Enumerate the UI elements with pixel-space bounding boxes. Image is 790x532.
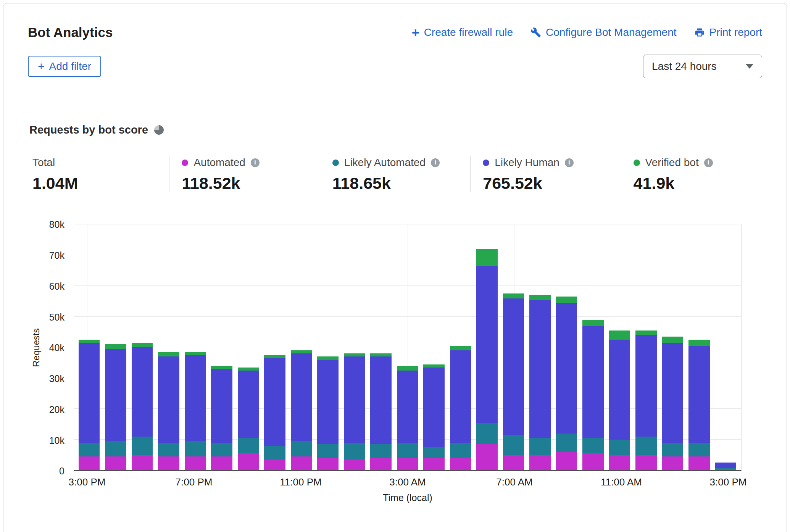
section-title: Requests by bot score bbox=[29, 124, 148, 136]
segment-automated bbox=[556, 452, 577, 470]
bar-400am-13[interactable] bbox=[423, 224, 444, 470]
segment-likely-automated bbox=[397, 443, 418, 458]
configure-bot-management-link[interactable]: Configure Bot Management bbox=[530, 26, 676, 39]
segment-likely-human bbox=[556, 303, 577, 434]
stat-likely-automated: Likely Automated 118.65k bbox=[320, 156, 470, 192]
stats-row: Total 1.04M Automated 118.52k Likely Aut… bbox=[32, 156, 771, 192]
segment-automated bbox=[529, 455, 550, 470]
plot-area bbox=[74, 224, 742, 471]
bar-1000pm-7[interactable] bbox=[264, 224, 285, 470]
bar-900am-18[interactable] bbox=[556, 224, 577, 470]
segment-likely-automated bbox=[450, 443, 471, 458]
segment-likely-human bbox=[397, 371, 418, 443]
info-icon[interactable] bbox=[251, 158, 260, 167]
segment-likely-human bbox=[450, 350, 471, 443]
segment-automated bbox=[370, 458, 391, 470]
bar-300pm-24[interactable] bbox=[715, 224, 736, 470]
segment-verified-bot bbox=[556, 297, 577, 303]
requests-chart: Requests 010k20k30k40k50k60k70k80k 3:00 … bbox=[3, 224, 787, 503]
y-tick-label: 80k bbox=[49, 219, 64, 230]
segment-automated bbox=[291, 456, 312, 470]
bar-300pm-0[interactable] bbox=[79, 224, 100, 470]
segment-automated bbox=[317, 458, 338, 470]
segment-likely-automated bbox=[635, 437, 656, 455]
stat-automated-value: 118.52k bbox=[182, 174, 319, 192]
y-axis-title: Requests bbox=[31, 329, 42, 367]
segment-verified-bot bbox=[423, 364, 444, 368]
segment-verified-bot bbox=[238, 368, 259, 371]
bar-1200pm-21[interactable] bbox=[635, 224, 656, 470]
print-report-link[interactable]: Print report bbox=[694, 26, 763, 39]
bar-500pm-2[interactable] bbox=[132, 224, 153, 470]
segment-likely-human bbox=[715, 463, 736, 468]
verified-bot-dot bbox=[634, 160, 640, 166]
bar-800am-17[interactable] bbox=[529, 224, 550, 470]
segment-automated bbox=[582, 453, 603, 470]
bar-200am-11[interactable] bbox=[370, 224, 391, 470]
segment-likely-automated bbox=[556, 434, 577, 452]
bar-500am-14[interactable] bbox=[450, 224, 471, 470]
stat-likely-human-value: 765.52k bbox=[483, 174, 621, 192]
segment-verified-bot bbox=[158, 352, 179, 356]
segment-verified-bot bbox=[291, 350, 312, 353]
segment-likely-automated bbox=[609, 440, 630, 455]
bar-1100am-20[interactable] bbox=[609, 224, 630, 470]
bar-600am-15[interactable] bbox=[476, 224, 497, 470]
segment-automated bbox=[158, 456, 179, 470]
x-tick-label: 7:00 AM bbox=[496, 476, 532, 488]
segment-verified-bot bbox=[450, 346, 471, 350]
time-range-value: Last 24 hours bbox=[652, 60, 717, 73]
segment-likely-automated bbox=[264, 446, 285, 459]
segment-likely-automated bbox=[529, 438, 550, 455]
bar-1100pm-8[interactable] bbox=[291, 224, 312, 470]
y-tick-label: 0 bbox=[59, 466, 64, 477]
bar-400pm-1[interactable] bbox=[105, 224, 126, 470]
bar-200pm-23[interactable] bbox=[688, 224, 709, 470]
bar-700am-16[interactable] bbox=[503, 224, 524, 470]
x-tick-label: 3:00 AM bbox=[389, 476, 426, 488]
bar-100am-10[interactable] bbox=[344, 224, 365, 470]
bar-900pm-6[interactable] bbox=[238, 224, 259, 470]
segment-likely-human bbox=[423, 368, 444, 447]
main-content: Requests by bot score Total 1.04M Automa… bbox=[3, 96, 787, 503]
bar-300am-12[interactable] bbox=[397, 224, 418, 470]
segment-likely-automated bbox=[158, 443, 179, 456]
segment-likely-automated bbox=[211, 443, 232, 456]
segment-verified-bot bbox=[582, 320, 603, 326]
segment-verified-bot bbox=[688, 340, 709, 346]
add-filter-button[interactable]: Add filter bbox=[28, 56, 101, 77]
create-firewall-rule-link[interactable]: Create firewall rule bbox=[412, 26, 513, 39]
segment-likely-human bbox=[264, 358, 285, 445]
segment-automated bbox=[79, 456, 100, 470]
info-icon[interactable] bbox=[565, 158, 574, 167]
segment-automated bbox=[635, 455, 656, 470]
segment-verified-bot bbox=[662, 337, 683, 343]
bar-800pm-5[interactable] bbox=[211, 224, 232, 470]
segment-automated bbox=[662, 456, 683, 470]
bar-600pm-3[interactable] bbox=[158, 224, 179, 470]
segment-likely-human bbox=[344, 356, 365, 442]
time-range-select[interactable]: Last 24 hours bbox=[643, 55, 762, 78]
bar-1000am-19[interactable] bbox=[582, 224, 603, 470]
header: Bot Analytics Create firewall rule Confi… bbox=[3, 3, 787, 96]
segment-verified-bot bbox=[370, 353, 391, 356]
segment-likely-automated bbox=[582, 438, 603, 453]
x-tick-label: 11:00 PM bbox=[280, 476, 321, 488]
x-tick-label: 7:00 PM bbox=[176, 476, 213, 488]
segment-automated bbox=[609, 455, 630, 470]
bar-100pm-22[interactable] bbox=[662, 224, 683, 470]
bar-700pm-4[interactable] bbox=[185, 224, 206, 470]
stat-automated-label: Automated bbox=[193, 156, 245, 169]
create-firewall-rule-label: Create firewall rule bbox=[424, 26, 513, 39]
stat-total-label: Total bbox=[32, 156, 55, 169]
stat-likely-automated-label: Likely Automated bbox=[344, 156, 426, 169]
info-icon[interactable] bbox=[704, 158, 713, 167]
stat-verified-bot: Verified bot 41.9k bbox=[621, 156, 771, 192]
bars bbox=[74, 224, 741, 470]
info-icon[interactable] bbox=[431, 158, 440, 167]
bar-1200am-9[interactable] bbox=[317, 224, 338, 470]
segment-verified-bot bbox=[529, 295, 550, 300]
y-tick-label: 30k bbox=[49, 373, 64, 384]
segment-verified-bot bbox=[105, 344, 126, 349]
segment-likely-human bbox=[291, 353, 312, 441]
